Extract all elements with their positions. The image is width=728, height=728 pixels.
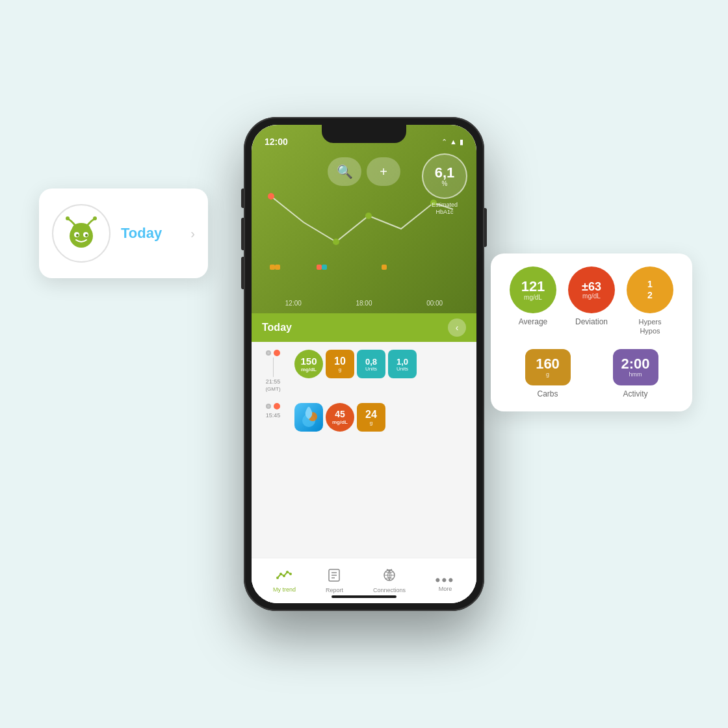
svg-point-14 xyxy=(286,571,289,573)
stats-floating-card: 121 mg/dL Average ±63 mg/dL Deviation 1 … xyxy=(491,254,692,411)
timeline-dot-2 xyxy=(266,404,271,409)
timeline-entry-1: 21:55(GMT) 150 mg/dL 10 g xyxy=(257,350,471,393)
average-circle: 121 mg/dL xyxy=(510,266,556,313)
carbs-value-1: 10 xyxy=(334,356,346,367)
nav-more-label: More xyxy=(439,586,452,592)
timeline-dot-active-2 xyxy=(274,403,280,410)
carbs-badge-1: 10 g xyxy=(326,350,354,378)
connections-icon xyxy=(382,568,396,586)
today-floating-card[interactable]: Today › xyxy=(39,188,208,278)
svg-rect-5 xyxy=(275,265,280,270)
stat-average: 121 mg/dL Average xyxy=(510,266,556,326)
timeline: 21:55(GMT) 150 mg/dL 10 g xyxy=(252,342,476,450)
stats-row-2: 160 g Carbs 2:00 hmm Activity xyxy=(504,349,679,398)
glucose-badge-2: 45 mg/dL xyxy=(326,403,354,432)
droplet-icon xyxy=(298,405,319,430)
timeline-badges-1: 150 mg/dL 10 g 0,8 Units xyxy=(294,350,417,378)
chart-area: 12:00 ⌃ ▲ ▮ xyxy=(252,125,476,313)
hba1c-badge: 6,1 % Estimated HbA1c xyxy=(422,153,467,216)
carbs-unit-2: g xyxy=(370,421,372,426)
timeline-dot-1 xyxy=(266,350,271,356)
activity-square: 2:00 hmm xyxy=(613,349,658,385)
stat-hypers-hypos: 1 2 Hypers Hypos xyxy=(627,266,673,336)
wifi-icon: ▲ xyxy=(450,138,457,146)
timeline-left-1: 21:55(GMT) xyxy=(257,350,289,393)
timeline-left-2: 15:45 xyxy=(257,403,289,419)
location-icon: ⌃ xyxy=(441,138,447,146)
insulin-badge-2: 1,0 Units xyxy=(388,350,417,378)
svg-rect-8 xyxy=(382,265,387,270)
carbs-square: 160 g xyxy=(525,349,571,385)
search-button[interactable]: 🔍 xyxy=(328,157,361,186)
scene: 12:00 ⌃ ▲ ▮ xyxy=(0,0,728,728)
stat-carbs: 160 g Carbs xyxy=(525,349,571,398)
svg-point-1 xyxy=(333,239,339,245)
notch xyxy=(322,125,406,143)
svg-point-28 xyxy=(93,216,97,220)
deviation-unit: mg/dL xyxy=(582,292,601,300)
average-unit: mg/dL xyxy=(524,294,542,301)
carbs-label: Carbs xyxy=(537,389,558,398)
hypers-hypos-circle: 1 2 xyxy=(627,266,673,313)
svg-rect-4 xyxy=(270,265,275,270)
activity-label: Activity xyxy=(623,389,647,398)
back-button[interactable]: ‹ xyxy=(448,318,466,337)
today-section-header: Today ‹ xyxy=(252,313,476,342)
carbs-sq-value: 160 xyxy=(536,357,560,371)
timeline-badges-2: 45 mg/dL 24 g xyxy=(294,403,385,432)
svg-rect-6 xyxy=(317,265,322,270)
timeline-dot-active-1 xyxy=(274,350,280,356)
timeline-entry-2: 15:45 xyxy=(257,403,471,432)
insulin-badge-1: 0,8 Units xyxy=(357,350,385,378)
insulin-value-1: 0,8 xyxy=(365,357,377,367)
glucose-badge-1: 150 mg/dL xyxy=(294,350,323,378)
bottom-section: Today ‹ xyxy=(252,313,476,603)
chart-time-labels: 12:00 18:00 00:00 xyxy=(252,300,476,307)
nav-my-trend[interactable]: My trend xyxy=(273,569,296,593)
today-header-label: Today xyxy=(262,322,292,333)
hypers-hypos-label: Hypers Hypos xyxy=(639,317,662,336)
carbs-value-2: 24 xyxy=(365,409,377,421)
hba1c-label: Estimated HbA1c xyxy=(422,202,467,216)
svg-point-27 xyxy=(66,216,70,220)
today-card-label: Today xyxy=(121,225,162,241)
screen-content: 12:00 ⌃ ▲ ▮ xyxy=(252,125,476,603)
glucose-value-1: 150 xyxy=(300,356,317,367)
status-time: 12:00 xyxy=(265,136,288,147)
timeline-line-1 xyxy=(273,358,274,377)
insulin-value-2: 1,0 xyxy=(396,357,408,367)
phone-screen: 12:00 ⌃ ▲ ▮ xyxy=(252,125,476,603)
nav-report-label: Report xyxy=(326,587,343,593)
app-logo-icon xyxy=(62,214,101,253)
nav-report[interactable]: Report xyxy=(326,568,343,593)
trend-icon xyxy=(276,569,292,585)
volume-up-button xyxy=(241,218,244,250)
activity-sq-unit: hmm xyxy=(629,371,642,378)
timeline-time-2: 15:45 xyxy=(266,412,281,419)
app-icon-badge xyxy=(294,403,323,432)
volume-down-button xyxy=(241,257,244,289)
svg-point-15 xyxy=(289,573,292,575)
add-button[interactable]: + xyxy=(367,157,400,186)
deviation-value: ±63 xyxy=(582,281,601,292)
svg-point-13 xyxy=(283,575,285,577)
more-icon: ⬤⬤⬤ xyxy=(436,569,455,584)
deviation-circle: ±63 mg/dL xyxy=(568,266,615,313)
svg-point-12 xyxy=(280,573,282,575)
hba1c-circle: 6,1 % xyxy=(422,153,467,199)
carbs-badge-2: 24 g xyxy=(357,403,385,432)
svg-point-2 xyxy=(365,213,372,219)
nav-my-trend-label: My trend xyxy=(273,586,296,593)
svg-point-26 xyxy=(85,234,88,237)
hypers-hypos-numbers: 1 2 xyxy=(647,279,653,301)
nav-connections-label: Connections xyxy=(373,587,406,593)
today-card-logo xyxy=(52,204,110,263)
nav-more[interactable]: ⬤⬤⬤ More xyxy=(436,569,455,592)
deviation-label: Deviation xyxy=(575,317,608,326)
carbs-sq-unit: g xyxy=(546,371,549,378)
activity-sq-value: 2:00 xyxy=(621,357,649,371)
chart-buttons: 🔍 + xyxy=(328,157,400,186)
chart-label-3: 00:00 xyxy=(426,300,443,307)
home-indicator xyxy=(332,595,396,598)
nav-connections[interactable]: Connections xyxy=(373,568,406,593)
